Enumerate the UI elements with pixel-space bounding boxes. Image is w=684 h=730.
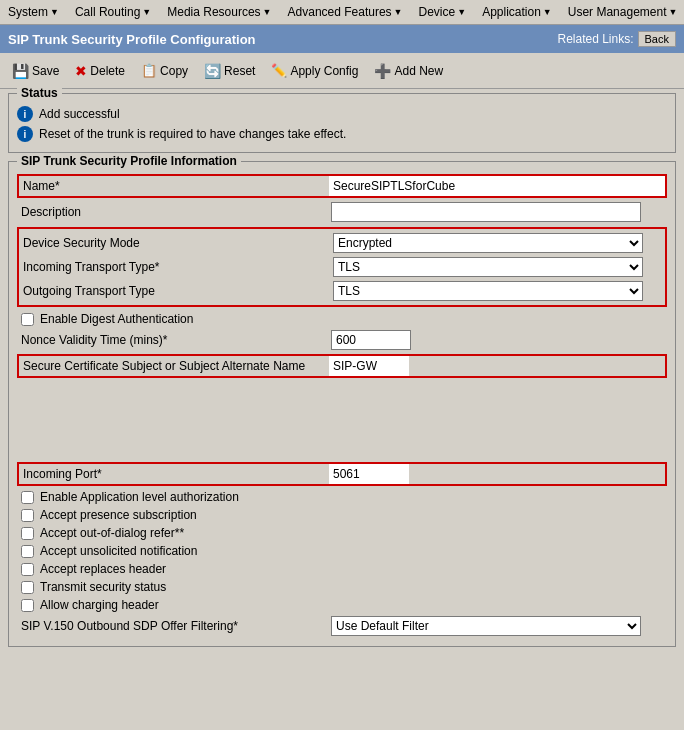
delete-button[interactable]: ✖ Delete xyxy=(69,61,131,81)
device-security-mode-label: Device Security Mode xyxy=(23,236,333,250)
name-label: Name* xyxy=(19,177,329,195)
chevron-down-icon: ▼ xyxy=(50,7,59,17)
chevron-down-icon: ▼ xyxy=(668,7,677,17)
security-fields-group: Device Security Mode Encrypted Authentic… xyxy=(17,227,667,307)
checkbox-label-4: Accept replaces header xyxy=(40,562,166,576)
toolbar: 💾 Save ✖ Delete 📋 Copy 🔄 Reset ✏️ Apply … xyxy=(0,53,684,89)
checkbox-row-0: Enable Application level authorization xyxy=(17,488,667,506)
apply-icon: ✏️ xyxy=(271,63,287,78)
checkbox-row-1: Accept presence subscription xyxy=(17,506,667,524)
main-content: Status i Add successful i Reset of the t… xyxy=(0,89,684,659)
checkbox-label-6: Allow charging header xyxy=(40,598,159,612)
checkbox-1[interactable] xyxy=(21,509,34,522)
checkbox-2[interactable] xyxy=(21,527,34,540)
checkbox-5[interactable] xyxy=(21,581,34,594)
outgoing-transport-label: Outgoing Transport Type xyxy=(23,284,333,298)
status-message-1: Add successful xyxy=(39,107,120,121)
save-icon: 💾 xyxy=(12,63,29,79)
outgoing-transport-row: Outgoing Transport Type TLS TCP UDP TCP+… xyxy=(19,279,665,303)
profile-info-label: SIP Trunk Security Profile Information xyxy=(17,154,241,168)
info-icon-2: i xyxy=(17,126,33,142)
outgoing-transport-select[interactable]: TLS TCP UDP TCP+UDP xyxy=(333,281,643,301)
menu-application[interactable]: Application ▼ xyxy=(474,2,560,22)
copy-icon: 📋 xyxy=(141,63,157,78)
incoming-port-input[interactable] xyxy=(329,464,409,484)
incoming-transport-row: Incoming Transport Type* TLS TCP UDP TCP… xyxy=(19,255,665,279)
cert-subject-label: Secure Certificate Subject or Subject Al… xyxy=(19,357,329,375)
page-title: SIP Trunk Security Profile Configuration xyxy=(8,32,256,47)
checkboxes-group: Enable Application level authorization A… xyxy=(17,488,667,614)
checkbox-row-4: Accept replaces header xyxy=(17,560,667,578)
chevron-down-icon: ▼ xyxy=(142,7,151,17)
incoming-transport-label: Incoming Transport Type* xyxy=(23,260,333,274)
incoming-transport-select[interactable]: TLS TCP UDP TCP+UDP xyxy=(333,257,643,277)
name-field-container: Name* xyxy=(17,174,667,198)
sdp-filtering-row: SIP V.150 Outbound SDP Offer Filtering* … xyxy=(17,614,667,638)
enable-digest-checkbox[interactable] xyxy=(21,313,34,326)
checkbox-label-5: Transmit security status xyxy=(40,580,166,594)
chevron-down-icon: ▼ xyxy=(543,7,552,17)
status-message-2: Reset of the trunk is required to have c… xyxy=(39,127,346,141)
menubar: System ▼ Call Routing ▼ Media Resources … xyxy=(0,0,684,25)
chevron-down-icon: ▼ xyxy=(457,7,466,17)
copy-button[interactable]: 📋 Copy xyxy=(135,61,194,80)
menu-media-resources[interactable]: Media Resources ▼ xyxy=(159,2,279,22)
cert-subject-container: Secure Certificate Subject or Subject Al… xyxy=(17,354,667,378)
device-security-mode-select[interactable]: Encrypted Authenticated Non Secure xyxy=(333,233,643,253)
enable-digest-row: Enable Digest Authentication xyxy=(17,310,667,328)
page-header: SIP Trunk Security Profile Configuration… xyxy=(0,25,684,53)
description-label: Description xyxy=(21,205,331,219)
enable-digest-label: Enable Digest Authentication xyxy=(40,312,193,326)
chevron-down-icon: ▼ xyxy=(263,7,272,17)
description-row: Description xyxy=(17,200,667,224)
sdp-filtering-select[interactable]: Use Default Filter No Filtering Use Conf… xyxy=(331,616,641,636)
apply-config-button[interactable]: ✏️ Apply Config xyxy=(265,61,364,80)
checkbox-6[interactable] xyxy=(21,599,34,612)
device-security-mode-row: Device Security Mode Encrypted Authentic… xyxy=(19,231,665,255)
checkbox-3[interactable] xyxy=(21,545,34,558)
checkbox-0[interactable] xyxy=(21,491,34,504)
checkbox-label-2: Accept out-of-dialog refer** xyxy=(40,526,184,540)
menu-user-management[interactable]: User Management ▼ xyxy=(560,2,684,22)
add-new-button[interactable]: ➕ Add New xyxy=(368,61,449,81)
checkbox-row-6: Allow charging header xyxy=(17,596,667,614)
checkbox-label-1: Accept presence subscription xyxy=(40,508,197,522)
cert-subject-input[interactable] xyxy=(329,356,409,376)
chevron-down-icon: ▼ xyxy=(394,7,403,17)
profile-info-section: SIP Trunk Security Profile Information N… xyxy=(8,161,676,647)
checkbox-4[interactable] xyxy=(21,563,34,576)
status-row-1: i Add successful xyxy=(17,104,667,124)
status-section: Status i Add successful i Reset of the t… xyxy=(8,93,676,153)
add-new-icon: ➕ xyxy=(374,63,391,79)
nonce-validity-row: Nonce Validity Time (mins)* xyxy=(17,328,667,352)
info-icon-1: i xyxy=(17,106,33,122)
save-button[interactable]: 💾 Save xyxy=(6,61,65,81)
status-section-label: Status xyxy=(17,86,62,100)
menu-system[interactable]: System ▼ xyxy=(0,2,67,22)
checkbox-row-3: Accept unsolicited notification xyxy=(17,542,667,560)
related-links: Related Links: Back xyxy=(557,31,676,47)
description-input[interactable] xyxy=(331,202,641,222)
menu-device[interactable]: Device ▼ xyxy=(411,2,475,22)
sdp-filtering-label: SIP V.150 Outbound SDP Offer Filtering* xyxy=(21,619,331,633)
status-row-2: i Reset of the trunk is required to have… xyxy=(17,124,667,144)
delete-icon: ✖ xyxy=(75,63,87,79)
checkbox-label-0: Enable Application level authorization xyxy=(40,490,239,504)
blank-area xyxy=(17,380,667,460)
menu-call-routing[interactable]: Call Routing ▼ xyxy=(67,2,159,22)
checkbox-row-5: Transmit security status xyxy=(17,578,667,596)
name-input[interactable] xyxy=(329,176,665,196)
reset-button[interactable]: 🔄 Reset xyxy=(198,61,261,81)
checkbox-label-3: Accept unsolicited notification xyxy=(40,544,197,558)
back-button[interactable]: Back xyxy=(638,31,676,47)
reset-icon: 🔄 xyxy=(204,63,221,79)
checkbox-row-2: Accept out-of-dialog refer** xyxy=(17,524,667,542)
incoming-port-label: Incoming Port* xyxy=(19,465,329,483)
incoming-port-container: Incoming Port* xyxy=(17,462,667,486)
nonce-validity-input[interactable] xyxy=(331,330,411,350)
menu-advanced-features[interactable]: Advanced Features ▼ xyxy=(280,2,411,22)
nonce-validity-label: Nonce Validity Time (mins)* xyxy=(21,333,331,347)
